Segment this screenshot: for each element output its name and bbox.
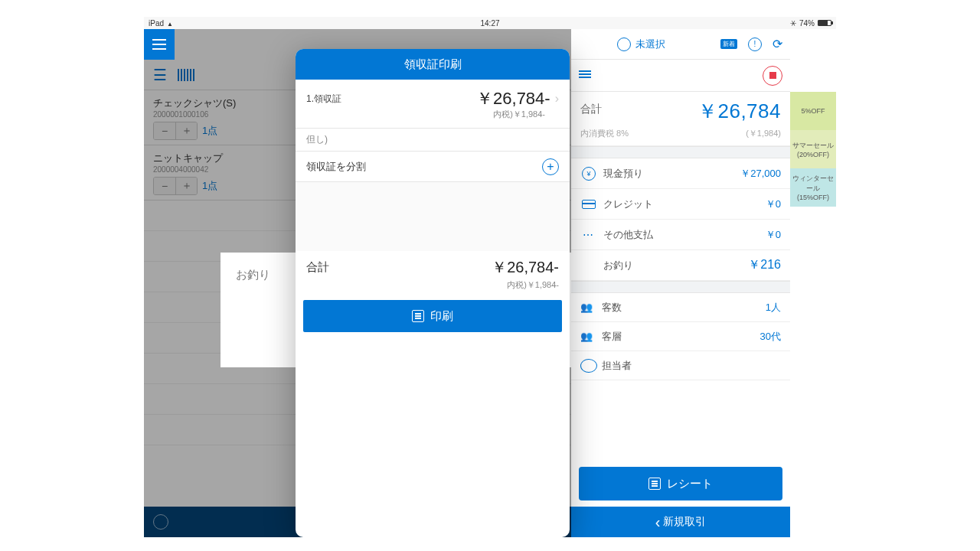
modal-total-label: 合計 [306,260,329,278]
user-icon [580,359,597,373]
tax-label: 内消費税 8% [580,128,629,139]
status-bar: iPad 14:27 ⚹74% [144,17,836,29]
meta-segment[interactable]: 👥客層30代 [571,322,790,351]
battery-pct: 74% [799,19,815,28]
meta-staff[interactable]: 担当者 [571,351,790,380]
info-icon[interactable]: ! [748,37,762,51]
customer-select[interactable]: 未選択 [617,37,665,51]
receipt-label: 1.領収証 [306,93,341,106]
people-icon: 👥 [580,302,597,313]
summary-panel: 未選択 新着 ! ⟳ 合計 ￥26,784 内消費税 8% [571,29,836,537]
receipt-row[interactable]: 1.領収証 ￥26,784- › 内税)￥1,984- [296,80,570,129]
status-time: 14:27 [480,19,499,28]
menu-button[interactable] [144,29,175,60]
new-badge: 新着 [720,39,737,49]
pay-other[interactable]: ⋯その他支払￥0 [571,220,790,250]
refresh-icon[interactable]: ⟳ [773,37,782,51]
print-button[interactable]: 印刷 [303,300,562,332]
device-label: iPad [149,19,164,28]
meta-customers[interactable]: 👥客数1人 [571,293,790,322]
yen-icon: ¥ [582,167,596,181]
sort-icon[interactable] [579,69,591,83]
people-icon: 👥 [580,331,597,342]
print-icon [412,310,424,322]
discount-badges: 5%OFF サマーセール(20%OFF) ウィンターセール(15%OFF) [790,29,836,537]
receipt-tax: 内税)￥1,984- [306,109,559,120]
bluetooth-icon: ⚹ [790,18,796,28]
tax-value: (￥1,984) [746,128,781,139]
pay-credit[interactable]: クレジット￥0 [571,189,790,220]
discount-badge[interactable]: 5%OFF [790,92,836,130]
battery-icon [818,20,831,26]
discount-badge[interactable]: サマーセール(20%OFF) [790,130,836,168]
wifi-icon [167,19,173,28]
card-icon [582,200,596,209]
pay-cash[interactable]: ¥現金預り￥27,000 [571,158,790,189]
proviso-field[interactable]: 但し) [296,129,570,152]
chevron-right-icon: › [555,92,559,106]
total-value: ￥26,784 [697,98,781,125]
change-row: お釣り￥216 [571,250,790,281]
modal-total-tax: 内税)￥1,984- [296,279,570,297]
change-label: お釣り [236,268,270,281]
dots-icon: ⋯ [580,227,597,243]
dialog-title: 領収証印刷 [296,49,570,80]
receipt-print-dialog: 領収証印刷 1.領収証 ￥26,784- › 内税)￥1,984- 但し) 領収… [296,49,570,537]
total-label: 合計 [580,103,602,125]
split-receipt[interactable]: 領収証を分割 + [296,152,570,182]
receipt-button[interactable]: レシート [579,467,782,500]
plus-icon: + [542,158,559,175]
new-transaction-button[interactable]: 新規取引 [571,507,790,537]
user-icon [617,37,631,51]
stop-icon [769,72,776,79]
receipt-icon [648,478,661,490]
stop-button[interactable] [763,66,782,86]
hamburger-icon [152,44,166,45]
receipt-amount: ￥26,784- [476,87,550,110]
discount-badge[interactable]: ウィンターセール(15%OFF) [790,168,836,207]
modal-total-value: ￥26,784- [492,257,559,278]
